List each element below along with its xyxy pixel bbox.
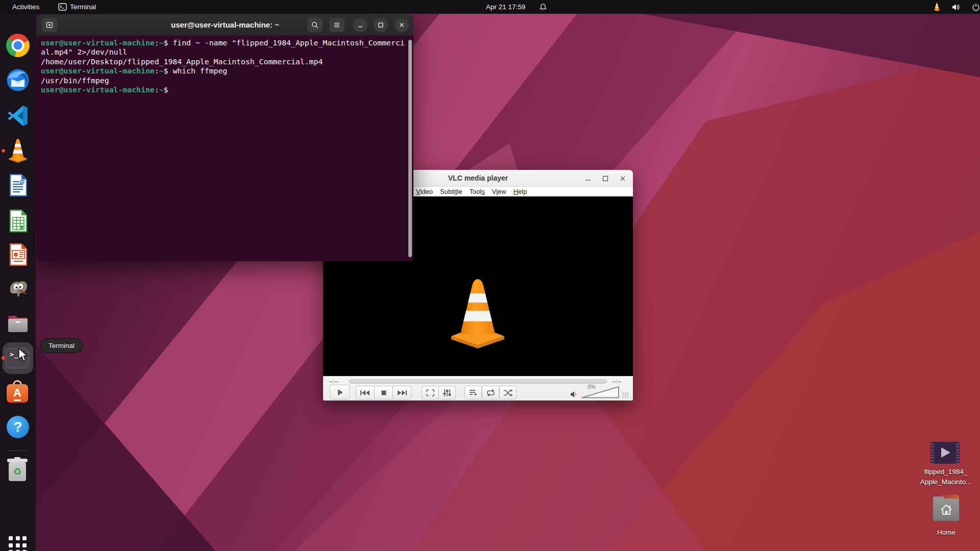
clock[interactable]: Apr 21 17:59	[486, 0, 525, 14]
maximize-icon	[377, 21, 384, 29]
vlc-running-indicator	[2, 149, 5, 153]
dock-item-vscode[interactable]	[6, 104, 30, 128]
help-icon: ?	[7, 416, 29, 438]
filmstrip-decoration	[931, 442, 934, 464]
resize-grip[interactable]	[622, 392, 629, 398]
terminal-body[interactable]: user@user-virtual-machine:~$ find ~ -nam…	[37, 36, 413, 261]
dock: >_ A ? ♻	[0, 14, 36, 551]
terminal-line: user@user-virtual-machine:~$	[41, 85, 405, 94]
vlc-cone-logo	[447, 277, 508, 348]
next-button[interactable]	[393, 386, 411, 399]
vlc-close-button[interactable]	[618, 174, 627, 183]
dock-item-trash[interactable]: ♻	[6, 458, 30, 482]
show-applications-button[interactable]	[6, 533, 30, 551]
chrome-icon	[6, 34, 30, 57]
playlist-icon	[469, 389, 478, 396]
vscode-icon	[6, 104, 30, 128]
dock-item-libreoffice-writer[interactable]	[6, 173, 30, 197]
power-icon[interactable]	[972, 3, 980, 11]
volume-speaker-icon[interactable]	[570, 391, 578, 398]
top-bar: Activities Terminal Apr 21 17:59	[0, 0, 980, 14]
previous-button[interactable]	[356, 386, 375, 399]
dock-tooltip: Terminal	[40, 338, 83, 353]
desktop-icon-home-folder[interactable]	[932, 495, 960, 522]
thunderbird-icon	[6, 68, 30, 92]
loop-button[interactable]	[482, 386, 499, 399]
vlc-maximize-button[interactable]	[601, 174, 610, 183]
vlc-menu-view[interactable]: View	[492, 188, 506, 195]
vlc-icon	[6, 138, 30, 163]
extended-settings-button[interactable]	[438, 386, 456, 399]
elapsed-time: --:--	[329, 378, 338, 384]
next-icon	[397, 390, 407, 396]
close-icon	[619, 175, 626, 182]
libreoffice-writer-icon	[6, 173, 30, 197]
fullscreen-icon	[426, 389, 435, 397]
random-button[interactable]	[499, 386, 517, 399]
dock-item-vlc[interactable]	[6, 138, 30, 163]
stop-button[interactable]	[374, 386, 393, 399]
vlc-minimize-button[interactable]	[583, 174, 593, 183]
volume-slider[interactable]	[581, 385, 620, 399]
terminal-titlebar[interactable]: user@user-virtual-machine: ~	[37, 14, 413, 36]
terminal-running-indicator	[2, 356, 5, 360]
desktop-icon-video-file[interactable]	[930, 442, 960, 464]
libreoffice-impress-icon	[6, 242, 30, 267]
dock-item-ubuntu-software[interactable]: A	[6, 380, 30, 405]
hamburger-menu-icon	[333, 21, 341, 29]
vlc-menu-subtitle[interactable]: Subtitle	[440, 188, 462, 195]
equalizer-icon	[443, 389, 452, 397]
terminal-line: /home/user/Desktop/flipped_1984_Apple_Ma…	[41, 57, 405, 66]
total-time: --:--	[612, 378, 621, 384]
terminal-scrollbar[interactable]	[408, 40, 412, 257]
app-grid-icon	[9, 536, 30, 551]
libreoffice-calc-icon	[6, 209, 30, 233]
terminal-line: al.mp4" 2>/dev/null	[41, 47, 405, 57]
home-folder-label[interactable]: Home	[913, 529, 979, 536]
terminal-menu-button[interactable]	[329, 18, 345, 32]
video-file-label-line1[interactable]: flipped_1984_	[913, 468, 979, 475]
terminal-search-button[interactable]	[307, 18, 323, 32]
dock-item-thunderbird[interactable]	[6, 68, 30, 92]
vlc-menu-help[interactable]: Help	[513, 188, 527, 195]
terminal-line: user@user-virtual-machine:~$ which ffmpe…	[41, 66, 405, 76]
dock-divider	[9, 450, 27, 451]
files-icon	[6, 311, 30, 336]
dock-item-files[interactable]	[6, 311, 30, 336]
play-button[interactable]	[330, 385, 350, 399]
terminal-minimize-button[interactable]	[353, 18, 368, 32]
notification-bell-icon	[539, 3, 547, 11]
terminal-close-button[interactable]	[395, 18, 409, 32]
vlc-menu-tools[interactable]: Tools	[469, 188, 484, 195]
previous-icon	[360, 390, 371, 396]
terminal-maximize-button[interactable]	[374, 18, 388, 32]
video-file-label-line2[interactable]: Apple_Macinto...	[913, 478, 979, 486]
seek-slider[interactable]	[349, 379, 607, 384]
terminal-app-icon	[58, 3, 67, 11]
play-triangle-icon	[941, 447, 950, 458]
terminal-output: user@user-virtual-machine:~$ find ~ -nam…	[41, 38, 405, 94]
vlc-tray-icon[interactable]	[933, 3, 941, 11]
dock-item-help[interactable]: ?	[6, 415, 30, 439]
terminal-window: user@user-virtual-machine: ~ user@user-v…	[37, 14, 413, 261]
vlc-controls-bar: --:-- --:-- 0%	[323, 376, 633, 400]
dock-item-gimp[interactable]	[6, 276, 30, 300]
fullscreen-button[interactable]	[422, 386, 439, 399]
dock-item-libreoffice-calc[interactable]	[6, 209, 30, 233]
minimize-icon	[357, 21, 364, 29]
ubuntu-software-icon: A	[6, 380, 29, 404]
dock-item-libreoffice-impress[interactable]	[6, 242, 30, 267]
minimize-icon	[584, 175, 592, 182]
volume-percent-label: 0%	[587, 384, 596, 390]
playlist-button[interactable]	[464, 386, 482, 399]
volume-icon[interactable]	[952, 3, 961, 11]
focused-app-name[interactable]: Terminal	[70, 0, 96, 14]
shuffle-icon	[503, 389, 513, 397]
activities-button[interactable]: Activities	[9, 0, 42, 14]
vlc-menu-video[interactable]: Video	[416, 188, 433, 195]
system-tray[interactable]	[933, 3, 980, 11]
mouse-cursor	[18, 348, 30, 362]
terminal-line: user@user-virtual-machine:~$ find ~ -nam…	[41, 38, 405, 47]
maximize-icon	[602, 175, 609, 182]
dock-item-chrome[interactable]	[6, 33, 30, 58]
